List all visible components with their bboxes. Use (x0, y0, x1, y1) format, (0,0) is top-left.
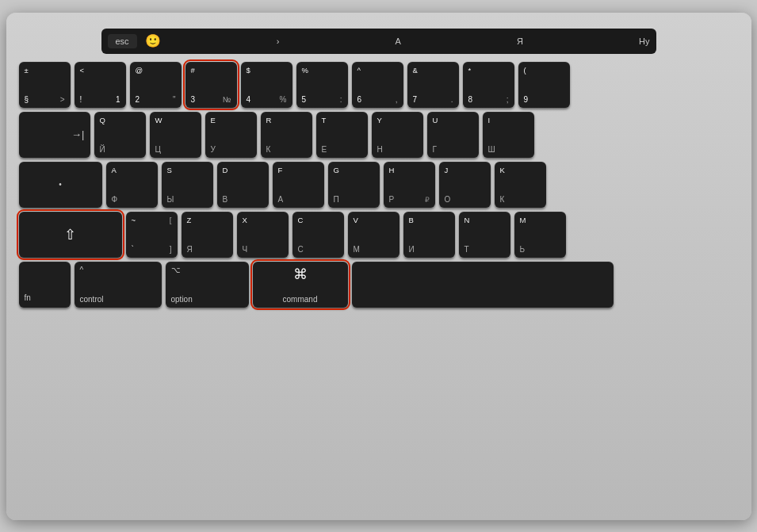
key-n[interactable]: N Т (459, 212, 510, 258)
keyboard: esc 🙂 › A Я Ну ± § > (6, 13, 751, 520)
key-c[interactable]: C С (292, 212, 344, 258)
key-command[interactable]: ⌘ command (253, 262, 348, 308)
key-shift-left[interactable]: ⇧ (19, 212, 122, 258)
key-y[interactable]: Y Н (372, 112, 423, 158)
touch-bar: esc 🙂 › A Я Ну (19, 27, 739, 55)
key-6[interactable]: ^ 6 , (352, 62, 403, 108)
key-e[interactable]: E У (205, 112, 257, 158)
key-m[interactable]: M Ь (514, 212, 566, 258)
key-capslock[interactable]: • (19, 162, 102, 208)
asdf-row: • A Ф S Ы D В F А (19, 162, 739, 208)
key-5[interactable]: % 5 : (296, 62, 348, 108)
key-b[interactable]: B И (403, 212, 455, 258)
key-4[interactable]: $ 4 % (241, 62, 292, 108)
key-w[interactable]: W Ц (150, 112, 201, 158)
touch-bar-inner: esc 🙂 › A Я Ну (101, 29, 656, 54)
key-r[interactable]: R К (261, 112, 312, 158)
key-f[interactable]: F А (273, 162, 324, 208)
esc-key[interactable]: esc (108, 34, 137, 48)
key-v[interactable]: V М (348, 212, 400, 258)
key-x[interactable]: X Ч (237, 212, 289, 258)
key-q[interactable]: Q Й (94, 112, 146, 158)
key-8[interactable]: * 8 ; (463, 62, 514, 108)
key-a[interactable]: A Ф (106, 162, 158, 208)
key-s[interactable]: S Ы (162, 162, 213, 208)
key-control[interactable]: ^ control (75, 262, 162, 308)
key-t[interactable]: T Е (316, 112, 368, 158)
qwerty-row: →| Q Й W Ц E У R К (19, 112, 739, 158)
emoji-key[interactable]: 🙂 (145, 33, 161, 48)
number-row: ± § > < ! 1 @ (19, 62, 739, 108)
key-option[interactable]: ⌥ option (166, 262, 249, 308)
key-k[interactable]: K К (495, 162, 546, 208)
key-2[interactable]: @ 2 " (130, 62, 182, 108)
key-7[interactable]: & 7 . (407, 62, 459, 108)
key-z[interactable]: Z Я (182, 212, 233, 258)
tb-ya: Я (517, 36, 523, 46)
key-section[interactable]: ± § > (19, 62, 71, 108)
key-space[interactable] (352, 262, 614, 308)
key-i[interactable]: I Ш (483, 112, 534, 158)
modifier-row: fn ^ control ⌥ option (19, 262, 739, 308)
key-tilde[interactable]: ~ [ ` ] (126, 212, 178, 258)
tb-arrow: › (277, 36, 280, 46)
key-fn[interactable]: fn (19, 262, 71, 308)
key-3[interactable]: # 3 № (185, 62, 237, 108)
key-g[interactable]: G П (328, 162, 380, 208)
key-9[interactable]: ( 9 (518, 62, 570, 108)
key-h[interactable]: H Р ₽ (384, 162, 435, 208)
tb-nu: Ну (639, 36, 649, 46)
tb-a: A (396, 36, 401, 46)
key-1[interactable]: < ! 1 (75, 62, 126, 108)
key-d[interactable]: D В (217, 162, 269, 208)
key-u[interactable]: U Г (427, 112, 479, 158)
key-j[interactable]: J О (439, 162, 491, 208)
zxcv-row: ⇧ ~ [ ` ] Z Я X Ч (19, 212, 739, 258)
key-tab[interactable]: →| (19, 112, 90, 158)
keyboard-body: ± § > < ! 1 @ (19, 62, 739, 503)
